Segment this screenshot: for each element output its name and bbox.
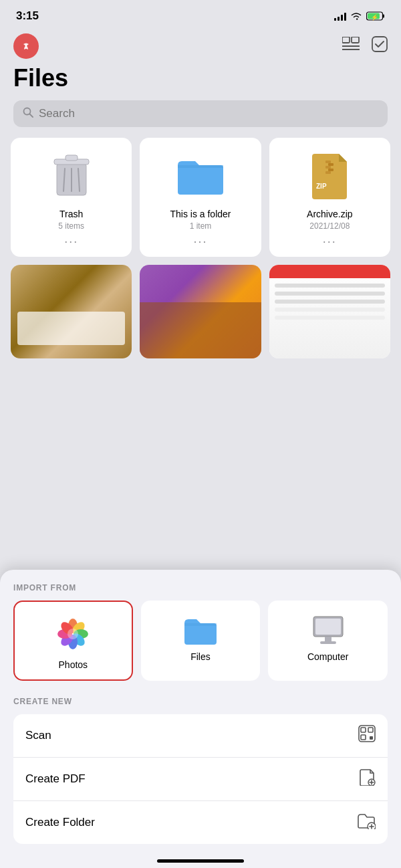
file-more-button[interactable]: ··· xyxy=(323,235,337,249)
file-grid: Trash 5 items ··· This is a folder 1 ite… xyxy=(0,138,401,257)
svg-rect-21 xyxy=(325,166,331,169)
files-label: Files xyxy=(190,651,211,662)
photos-label: Photos xyxy=(59,659,88,670)
svg-rect-19 xyxy=(325,160,331,163)
battery-icon: ⚡ xyxy=(366,11,385,21)
svg-rect-42 xyxy=(370,736,373,740)
svg-point-33 xyxy=(68,629,78,639)
svg-rect-15 xyxy=(65,155,78,160)
create-pdf-button[interactable]: Create PDF xyxy=(13,758,388,801)
import-files-button[interactable]: Files xyxy=(141,601,261,681)
create-new-list: Scan Create PDF xyxy=(13,714,388,844)
import-computer-button[interactable]: Computer xyxy=(268,601,388,681)
folder-icon xyxy=(174,148,227,202)
svg-rect-36 xyxy=(325,637,331,641)
scan-button[interactable]: Scan xyxy=(13,714,388,758)
file-card-archive[interactable]: ZIP Archive.zip 2021/12/08 ··· xyxy=(269,138,390,257)
file-name: Trash xyxy=(59,209,83,219)
import-grid: Photos Files Computer xyxy=(13,601,388,681)
svg-rect-37 xyxy=(320,641,336,644)
create-pdf-icon xyxy=(360,768,376,790)
svg-rect-39 xyxy=(361,728,366,732)
status-bar: 3:15 ⚡ xyxy=(0,0,401,28)
logo-icon xyxy=(19,39,33,53)
import-section-label: IMPORT FROM xyxy=(13,583,388,592)
home-indicator xyxy=(157,859,244,863)
svg-rect-35 xyxy=(315,619,341,635)
bottom-sheet: IMPORT FROM Photos xyxy=(0,570,401,868)
photos-icon xyxy=(54,615,92,653)
status-time: 3:15 xyxy=(16,9,39,23)
svg-text:ZIP: ZIP xyxy=(316,183,327,190)
file-meta: 2021/12/08 xyxy=(309,221,350,231)
computer-label: Computer xyxy=(307,651,348,662)
svg-point-5 xyxy=(25,45,27,47)
file-meta: 5 items xyxy=(58,221,84,231)
svg-text:⚡: ⚡ xyxy=(371,13,379,21)
file-name: This is a folder xyxy=(170,209,231,219)
svg-rect-20 xyxy=(328,163,333,166)
scan-label: Scan xyxy=(25,729,51,742)
svg-rect-22 xyxy=(328,169,333,171)
wifi-icon xyxy=(350,11,362,21)
svg-rect-6 xyxy=(342,37,350,43)
file-meta: 1 item xyxy=(190,221,212,231)
view-toggle-button[interactable] xyxy=(342,37,360,56)
photo-card-screenshot[interactable] xyxy=(269,265,390,358)
computer-icon xyxy=(311,615,346,645)
app-logo xyxy=(13,33,39,59)
create-section-label: CREATE NEW xyxy=(13,697,388,706)
header-actions xyxy=(342,36,388,56)
files-folder-icon xyxy=(183,615,218,645)
create-folder-label: Create Folder xyxy=(25,816,95,829)
svg-rect-23 xyxy=(325,171,331,174)
file-card-trash[interactable]: Trash 5 items ··· xyxy=(11,138,132,257)
search-input[interactable] xyxy=(39,107,378,120)
file-card-folder[interactable]: This is a folder 1 item ··· xyxy=(140,138,261,257)
scan-icon xyxy=(358,725,376,746)
svg-rect-10 xyxy=(372,37,387,51)
file-more-button[interactable]: ··· xyxy=(64,235,78,249)
page-title-section: Files xyxy=(0,62,401,100)
signal-icon xyxy=(334,11,346,21)
create-folder-button[interactable]: Create Folder xyxy=(13,801,388,844)
file-more-button[interactable]: ··· xyxy=(193,235,207,249)
photo-card-people[interactable] xyxy=(140,265,261,358)
svg-rect-1 xyxy=(383,15,385,18)
trash-icon xyxy=(45,148,98,202)
search-icon xyxy=(23,107,33,120)
header-toolbar xyxy=(0,28,401,62)
zip-icon: ZIP xyxy=(303,148,356,202)
import-photos-button[interactable]: Photos xyxy=(13,601,133,681)
search-bar[interactable] xyxy=(13,100,388,127)
status-icons: ⚡ xyxy=(334,11,385,21)
create-folder-icon xyxy=(357,812,376,833)
file-name: Archive.zip xyxy=(307,209,352,219)
svg-rect-41 xyxy=(361,735,366,740)
svg-rect-40 xyxy=(368,728,373,732)
svg-line-12 xyxy=(30,114,33,118)
svg-rect-7 xyxy=(352,37,359,43)
create-pdf-label: Create PDF xyxy=(25,772,86,786)
select-button[interactable] xyxy=(372,36,388,56)
photo-grid xyxy=(0,265,401,358)
page-title: Files xyxy=(13,64,388,92)
photo-card-receipt[interactable] xyxy=(11,265,132,358)
